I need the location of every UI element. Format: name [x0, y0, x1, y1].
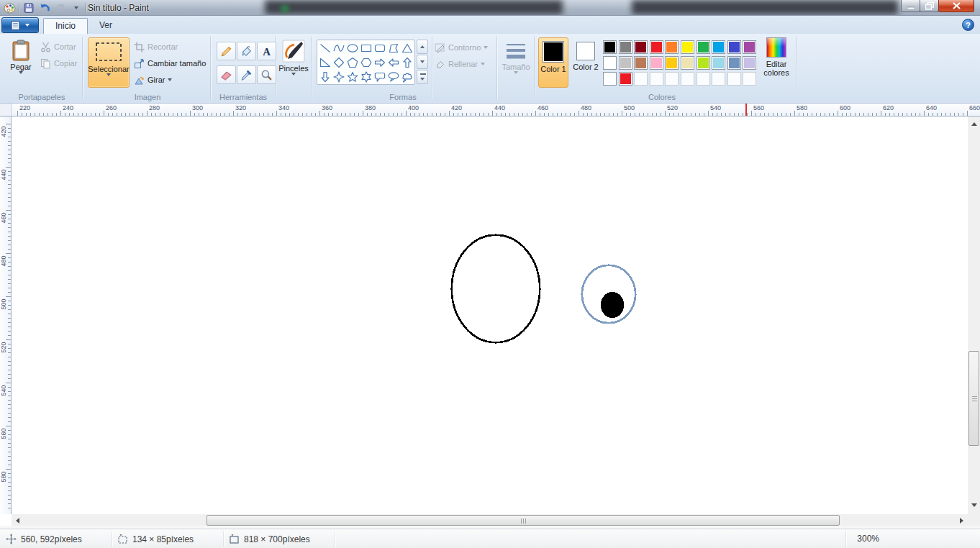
palette-swatch[interactable]	[634, 56, 648, 70]
resize-button[interactable]: Cambiar tamaño	[134, 56, 206, 70]
palette-swatch[interactable]	[650, 40, 663, 54]
application-menu-button[interactable]	[1, 17, 39, 33]
shape-curve-icon[interactable]	[332, 41, 345, 55]
palette-swatch[interactable]	[712, 56, 725, 70]
shape-rounded-rectangle-icon[interactable]	[373, 41, 386, 55]
restore-button[interactable]	[920, 0, 939, 12]
palette-swatch[interactable]	[697, 40, 710, 54]
palette-empty-slot[interactable]	[727, 72, 741, 86]
cut-button[interactable]: Cortar	[40, 40, 76, 54]
shape-rectangle-icon[interactable]	[360, 41, 373, 55]
shape-star-6-icon[interactable]	[360, 70, 373, 84]
crop-button[interactable]: Recortar	[134, 40, 178, 54]
palette-swatch[interactable]	[697, 56, 710, 70]
ruler-tick	[311, 113, 312, 116]
palette-empty-slot[interactable]	[743, 72, 756, 86]
shape-line-icon[interactable]	[319, 41, 332, 55]
palette-swatch[interactable]	[619, 56, 632, 70]
shape-callout-cloud-icon[interactable]	[401, 70, 414, 84]
copy-button[interactable]: Copiar	[40, 56, 77, 70]
palette-empty-slot[interactable]	[650, 72, 663, 86]
shape-diamond-icon[interactable]	[332, 55, 345, 70]
tab-home[interactable]: Inicio	[43, 18, 88, 34]
undo-button[interactable]	[38, 2, 51, 14]
magnifier-tool-icon[interactable]	[257, 65, 276, 84]
minimize-button[interactable]	[901, 0, 920, 12]
shape-pentagon-icon[interactable]	[346, 55, 359, 70]
edit-colors-button[interactable]: Editar colores	[760, 37, 793, 91]
palette-swatch[interactable]	[634, 40, 648, 54]
brushes-button[interactable]: Pinceles	[278, 37, 309, 88]
fill-button[interactable]: Rellenar	[435, 57, 485, 71]
vertical-scrollbar-thumb[interactable]	[968, 351, 979, 446]
qat-customize-dropdown[interactable]	[70, 2, 83, 14]
shape-arrow-down-icon[interactable]	[319, 70, 332, 84]
shape-ellipse-icon[interactable]	[346, 41, 359, 55]
color2-button[interactable]: Color 2	[571, 37, 600, 88]
palette-empty-slot[interactable]	[712, 72, 725, 86]
ruler-tick	[371, 113, 372, 116]
palette-empty-slot[interactable]	[634, 72, 648, 86]
palette-swatch[interactable]	[650, 56, 663, 70]
select-button[interactable]: Seleccionar	[88, 37, 130, 88]
scroll-left-icon[interactable]	[12, 514, 24, 526]
eraser-tool-icon[interactable]	[217, 65, 236, 84]
palette-swatch[interactable]	[727, 40, 741, 54]
help-icon[interactable]: ?	[962, 19, 974, 31]
ruler-tick	[492, 111, 493, 116]
palette-swatch[interactable]	[665, 56, 679, 70]
scroll-right-icon[interactable]	[956, 514, 968, 526]
palette-swatch[interactable]	[743, 40, 756, 54]
color-picker-tool-icon[interactable]	[237, 65, 256, 84]
paste-button[interactable]: Pegar	[4, 37, 37, 88]
shape-callout-oval-icon[interactable]	[387, 70, 400, 84]
palette-swatch[interactable]	[681, 56, 694, 70]
shape-polygon-icon[interactable]	[387, 41, 400, 55]
shape-arrow-left-icon[interactable]	[387, 55, 400, 70]
group-divider	[534, 37, 535, 99]
palette-swatch[interactable]	[603, 40, 617, 54]
palette-swatch[interactable]	[727, 56, 741, 70]
shapes-scroll-up-icon[interactable]	[417, 40, 428, 54]
close-button[interactable]	[938, 0, 974, 12]
redo-button-disabled[interactable]	[54, 2, 67, 14]
fill-bucket-tool-icon[interactable]	[237, 42, 256, 60]
palette-swatch[interactable]	[619, 40, 632, 54]
shapes-more-icon[interactable]	[417, 70, 428, 84]
shape-arrow-right-icon[interactable]	[373, 55, 386, 70]
palette-empty-slot[interactable]	[681, 72, 694, 86]
palette-swatch[interactable]	[743, 56, 756, 70]
palette-swatch[interactable]	[603, 56, 617, 70]
crop-icon	[134, 42, 145, 52]
shape-triangle-icon[interactable]	[401, 41, 414, 55]
save-button[interactable]	[22, 2, 35, 14]
pencil-tool-icon[interactable]	[217, 42, 236, 60]
size-button[interactable]: Tamaño	[499, 37, 532, 88]
palette-empty-slot[interactable]	[697, 72, 710, 86]
shape-callout-rounded-icon[interactable]	[373, 70, 386, 84]
palette-swatch[interactable]	[619, 72, 632, 86]
color1-button[interactable]: Color 1	[538, 37, 568, 88]
horizontal-scrollbar-thumb[interactable]	[207, 515, 840, 526]
drawing-canvas[interactable]	[12, 117, 968, 514]
rotate-button[interactable]: Girar	[134, 73, 172, 87]
shape-hexagon-icon[interactable]	[360, 55, 373, 70]
outline-button[interactable]: Contorno	[435, 40, 488, 55]
palette-swatch[interactable]	[681, 40, 694, 54]
shape-star-4-icon[interactable]	[332, 70, 345, 84]
scroll-up-icon[interactable]	[968, 118, 980, 130]
palette-swatch[interactable]	[603, 72, 617, 86]
tab-view[interactable]: Ver	[88, 18, 124, 34]
shapes-scroll-down-icon[interactable]	[417, 55, 428, 69]
shape-star-5-icon[interactable]	[346, 70, 359, 84]
scroll-down-icon[interactable]	[968, 499, 980, 511]
shape-right-triangle-icon[interactable]	[319, 55, 332, 70]
palette-empty-slot[interactable]	[665, 72, 679, 86]
ruler-tick	[8, 266, 11, 267]
shape-arrow-up-icon[interactable]	[401, 55, 414, 70]
paint-app-icon[interactable]	[3, 2, 16, 14]
vertical-scrollbar[interactable]	[968, 117, 980, 514]
palette-swatch[interactable]	[712, 40, 725, 54]
palette-swatch[interactable]	[665, 40, 679, 54]
text-tool-icon[interactable]: A	[257, 42, 276, 60]
